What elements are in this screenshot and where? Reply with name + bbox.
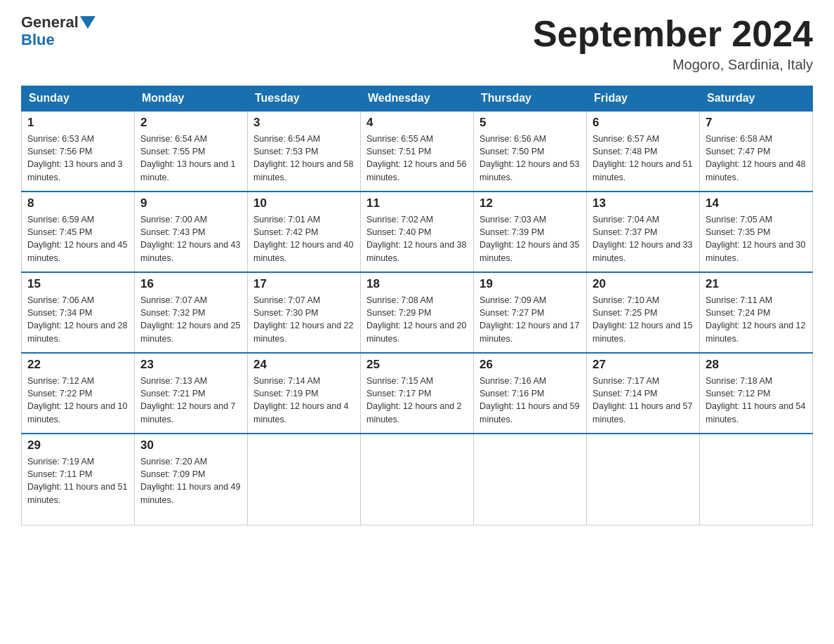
day-info: Sunrise: 7:09 AMSunset: 7:27 PMDaylight:… [479,294,581,345]
calendar-cell: 24 Sunrise: 7:14 AMSunset: 7:19 PMDaylig… [248,353,361,434]
calendar-cell: 15 Sunrise: 7:06 AMSunset: 7:34 PMDaylig… [22,272,135,353]
calendar-cell [474,434,587,525]
calendar-cell: 17 Sunrise: 7:07 AMSunset: 7:30 PMDaylig… [248,272,361,353]
calendar-week-row: 1 Sunrise: 6:53 AMSunset: 7:56 PMDayligh… [22,111,813,192]
day-info: Sunrise: 7:17 AMSunset: 7:14 PMDaylight:… [593,375,694,426]
calendar-cell: 3 Sunrise: 6:54 AMSunset: 7:53 PMDayligh… [248,111,361,192]
day-info: Sunrise: 6:54 AMSunset: 7:53 PMDaylight:… [253,133,355,184]
logo-blue: Blue [21,31,55,49]
calendar-cell: 7 Sunrise: 6:58 AMSunset: 7:47 PMDayligh… [700,111,813,192]
day-info: Sunrise: 7:03 AMSunset: 7:39 PMDaylight:… [479,213,581,264]
day-info: Sunrise: 6:56 AMSunset: 7:50 PMDaylight:… [479,133,581,184]
day-info: Sunrise: 6:54 AMSunset: 7:55 PMDaylight:… [140,133,241,184]
day-info: Sunrise: 7:00 AMSunset: 7:43 PMDaylight:… [140,213,241,264]
day-number: 27 [593,358,694,372]
calendar-week-row: 8 Sunrise: 6:59 AMSunset: 7:45 PMDayligh… [22,192,813,272]
calendar-cell [587,434,700,525]
day-number: 9 [140,196,241,210]
day-info: Sunrise: 7:12 AMSunset: 7:22 PMDaylight:… [27,375,128,426]
calendar-cell [361,434,474,525]
calendar-cell: 11 Sunrise: 7:02 AMSunset: 7:40 PMDaylig… [361,192,474,272]
day-number: 24 [253,358,355,372]
day-number: 6 [593,116,694,130]
header-thursday: Thursday [474,86,587,112]
calendar-cell: 18 Sunrise: 7:08 AMSunset: 7:29 PMDaylig… [361,272,474,353]
calendar-cell: 28 Sunrise: 7:18 AMSunset: 7:12 PMDaylig… [700,353,813,434]
calendar-cell [248,434,361,525]
calendar-cell: 22 Sunrise: 7:12 AMSunset: 7:22 PMDaylig… [22,353,135,434]
svg-marker-0 [80,16,95,29]
day-number: 20 [593,277,694,291]
day-info: Sunrise: 7:04 AMSunset: 7:37 PMDaylight:… [593,213,694,264]
calendar-cell: 2 Sunrise: 6:54 AMSunset: 7:55 PMDayligh… [135,111,248,192]
title-block: September 2024 Mogoro, Sardinia, Italy [533,14,813,73]
day-number: 5 [479,116,581,130]
day-number: 12 [479,196,581,210]
day-number: 16 [140,277,241,291]
header-monday: Monday [135,86,248,112]
calendar-cell: 13 Sunrise: 7:04 AMSunset: 7:37 PMDaylig… [587,192,700,272]
day-info: Sunrise: 7:07 AMSunset: 7:30 PMDaylight:… [253,294,355,345]
day-number: 4 [366,116,468,130]
month-title: September 2024 [533,14,813,54]
day-info: Sunrise: 7:05 AMSunset: 7:35 PMDaylight:… [706,213,807,264]
day-info: Sunrise: 7:18 AMSunset: 7:12 PMDaylight:… [706,375,807,426]
day-number: 17 [253,277,355,291]
day-info: Sunrise: 6:53 AMSunset: 7:56 PMDaylight:… [27,133,128,184]
calendar-cell: 16 Sunrise: 7:07 AMSunset: 7:32 PMDaylig… [135,272,248,353]
day-info: Sunrise: 7:02 AMSunset: 7:40 PMDaylight:… [366,213,468,264]
day-number: 18 [366,277,468,291]
page-header: General Blue September 2024 Mogoro, Sard… [21,14,813,73]
calendar-cell: 23 Sunrise: 7:13 AMSunset: 7:21 PMDaylig… [135,353,248,434]
day-number: 2 [140,116,241,130]
calendar-cell: 12 Sunrise: 7:03 AMSunset: 7:39 PMDaylig… [474,192,587,272]
calendar-cell: 25 Sunrise: 7:15 AMSunset: 7:17 PMDaylig… [361,353,474,434]
day-number: 14 [706,196,807,210]
day-info: Sunrise: 7:13 AMSunset: 7:21 PMDaylight:… [140,375,241,426]
day-info: Sunrise: 7:11 AMSunset: 7:24 PMDaylight:… [706,294,807,345]
day-number: 15 [27,277,128,291]
day-info: Sunrise: 7:07 AMSunset: 7:32 PMDaylight:… [140,294,241,345]
calendar-cell: 20 Sunrise: 7:10 AMSunset: 7:25 PMDaylig… [587,272,700,353]
day-number: 21 [706,277,807,291]
header-saturday: Saturday [700,86,813,112]
calendar-table: SundayMondayTuesdayWednesdayThursdayFrid… [21,86,813,525]
day-number: 25 [366,358,468,372]
logo-general: General [21,14,79,31]
day-info: Sunrise: 7:01 AMSunset: 7:42 PMDaylight:… [253,213,355,264]
calendar-header-row: SundayMondayTuesdayWednesdayThursdayFrid… [22,86,813,112]
calendar-cell: 21 Sunrise: 7:11 AMSunset: 7:24 PMDaylig… [700,272,813,353]
calendar-cell: 14 Sunrise: 7:05 AMSunset: 7:35 PMDaylig… [700,192,813,272]
calendar-cell [700,434,813,525]
day-info: Sunrise: 6:58 AMSunset: 7:47 PMDaylight:… [706,133,807,184]
calendar-cell: 26 Sunrise: 7:16 AMSunset: 7:16 PMDaylig… [474,353,587,434]
calendar-cell: 30 Sunrise: 7:20 AMSunset: 7:09 PMDaylig… [135,434,248,525]
location: Mogoro, Sardinia, Italy [533,57,813,73]
day-info: Sunrise: 6:57 AMSunset: 7:48 PMDaylight:… [593,133,694,184]
calendar-cell: 6 Sunrise: 6:57 AMSunset: 7:48 PMDayligh… [587,111,700,192]
day-number: 26 [479,358,581,372]
day-info: Sunrise: 7:15 AMSunset: 7:17 PMDaylight:… [366,375,468,426]
header-wednesday: Wednesday [361,86,474,112]
day-info: Sunrise: 7:10 AMSunset: 7:25 PMDaylight:… [593,294,694,345]
day-info: Sunrise: 7:19 AMSunset: 7:11 PMDaylight:… [27,455,128,507]
day-info: Sunrise: 6:55 AMSunset: 7:51 PMDaylight:… [366,133,468,184]
day-info: Sunrise: 7:14 AMSunset: 7:19 PMDaylight:… [253,375,355,426]
calendar-cell: 27 Sunrise: 7:17 AMSunset: 7:14 PMDaylig… [587,353,700,434]
calendar-cell: 29 Sunrise: 7:19 AMSunset: 7:11 PMDaylig… [22,434,135,525]
day-info: Sunrise: 7:20 AMSunset: 7:09 PMDaylight:… [140,455,241,507]
logo: General Blue [21,14,95,49]
calendar-week-row: 29 Sunrise: 7:19 AMSunset: 7:11 PMDaylig… [22,434,813,525]
day-number: 23 [140,358,241,372]
day-number: 7 [706,116,807,130]
header-sunday: Sunday [22,86,135,112]
day-number: 30 [140,438,241,452]
logo-triangle-icon [80,16,95,30]
day-number: 19 [479,277,581,291]
calendar-cell: 5 Sunrise: 6:56 AMSunset: 7:50 PMDayligh… [474,111,587,192]
calendar-cell: 4 Sunrise: 6:55 AMSunset: 7:51 PMDayligh… [361,111,474,192]
calendar-week-row: 22 Sunrise: 7:12 AMSunset: 7:22 PMDaylig… [22,353,813,434]
calendar-cell: 10 Sunrise: 7:01 AMSunset: 7:42 PMDaylig… [248,192,361,272]
day-number: 8 [27,196,128,210]
calendar-cell: 8 Sunrise: 6:59 AMSunset: 7:45 PMDayligh… [22,192,135,272]
